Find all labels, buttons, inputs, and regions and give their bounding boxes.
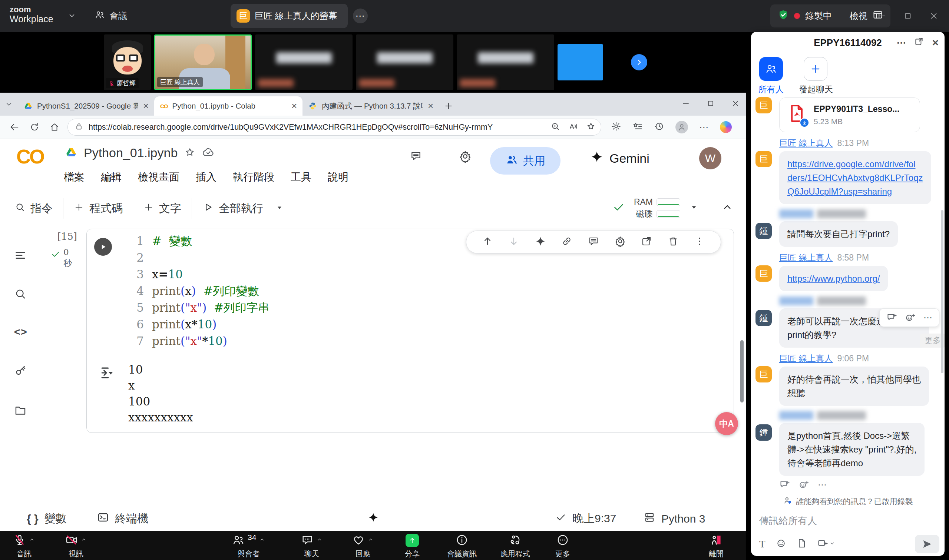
message-more-icon[interactable]: ⋯	[818, 480, 827, 491]
tab-search-chevron-icon[interactable]	[0, 93, 18, 115]
add-text-button[interactable]: 文字	[143, 201, 181, 216]
chevron-up-icon[interactable]	[317, 537, 323, 544]
emoji-plus-icon[interactable]	[798, 480, 809, 491]
download-badge-icon[interactable]	[800, 118, 809, 128]
favorite-star-icon[interactable]	[586, 122, 596, 133]
profile-avatar-icon[interactable]	[675, 121, 688, 134]
screenshot-icon[interactable]	[817, 538, 828, 550]
notebook-scrollbar[interactable]	[740, 340, 744, 403]
settings-gear-icon[interactable]	[459, 150, 472, 164]
tab-close-icon[interactable]: ✕	[428, 102, 434, 111]
participant-tile[interactable]	[255, 34, 352, 90]
browser-tab[interactable]: PythonS1_202509 - Google 雲端硬✕	[18, 96, 154, 115]
comment-icon[interactable]	[588, 236, 599, 248]
history-icon[interactable]	[654, 121, 664, 133]
chat-scrollbar[interactable]	[941, 210, 943, 373]
home-icon[interactable]	[45, 122, 65, 132]
star-icon[interactable]	[184, 147, 195, 159]
zoom-toolbar-audio[interactable]: 音訊	[13, 534, 35, 559]
chat-input[interactable]: 傳訊給所有人	[751, 509, 944, 532]
comments-icon[interactable]	[410, 150, 422, 163]
copilot-icon[interactable]	[720, 121, 732, 133]
read-aloud-icon[interactable]	[568, 122, 578, 133]
message-more-icon[interactable]: ⋯	[923, 312, 932, 323]
resources-widget[interactable]: RAM 磁碟	[634, 197, 680, 220]
delete-icon[interactable]	[668, 236, 679, 248]
address-bar[interactable]: https://colab.research.google.com/drive/…	[68, 118, 601, 135]
notebook-title[interactable]: Python_01.ipynb	[84, 146, 178, 160]
chevron-up-icon[interactable]	[81, 537, 87, 544]
close-icon[interactable]	[731, 99, 740, 109]
refresh-icon[interactable]	[25, 122, 45, 132]
colab-logo[interactable]: CO	[16, 145, 43, 168]
chat-author-link[interactable]: 巨匠 線上真人	[779, 252, 833, 263]
chat-link[interactable]: https://www.python.org/	[788, 274, 880, 283]
gemini-spark-button[interactable]	[368, 506, 379, 531]
everyone-tab-button[interactable]	[759, 57, 783, 81]
workspace-chevron-down-icon[interactable]	[68, 11, 76, 22]
menu-item[interactable]: 插入	[196, 170, 217, 184]
send-button[interactable]	[915, 535, 939, 553]
security-shield-icon[interactable]	[778, 9, 789, 23]
screen-share-tile[interactable]	[558, 44, 603, 80]
more-vert-icon[interactable]	[694, 236, 705, 248]
zoom-toolbar-leave[interactable]: 離開	[709, 534, 724, 559]
collapse-chevron-up-icon[interactable]	[721, 201, 733, 216]
reply-plus-icon[interactable]	[779, 480, 790, 491]
tab-close-icon[interactable]: ✕	[143, 102, 149, 111]
files-folder-icon[interactable]	[14, 404, 27, 418]
variables-button[interactable]: { } 變數	[27, 506, 67, 531]
zoom-toolbar-chat[interactable]: 聊天	[301, 534, 323, 559]
tab-shared-screen[interactable]: 巨 巨匠 線上真人的螢幕	[231, 4, 348, 28]
close-icon[interactable]	[921, 11, 947, 21]
terminal-button[interactable]: 終端機	[97, 506, 148, 531]
cloud-saved-icon[interactable]	[202, 146, 215, 160]
browser-more-icon[interactable]: ⋯	[699, 122, 709, 133]
screenshot-caret-down-icon[interactable]	[829, 540, 835, 548]
minimize-icon[interactable]	[869, 11, 895, 21]
file-attachment-card[interactable]: EPPY901IT3_Lesso...5.23 MB	[779, 97, 920, 132]
browser-tab[interactable]: 內建函式 — Python 3.13.7 說明文✕	[303, 96, 439, 115]
add-code-button[interactable]: 程式碼	[74, 201, 123, 216]
lock-icon[interactable]	[74, 122, 83, 132]
participant-tile[interactable]: 廖哲輝	[104, 34, 151, 90]
tab-close-icon[interactable]: ✕	[291, 102, 297, 111]
chat-author-link[interactable]: 巨匠 線上真人	[779, 353, 833, 364]
chevron-up-icon[interactable]	[259, 537, 265, 544]
next-participants-chevron-right-icon[interactable]	[631, 54, 647, 71]
share-tab-more-icon[interactable]: ⋯	[353, 9, 368, 23]
zoom-toolbar-more[interactable]: 更多	[555, 534, 570, 559]
view-button-label[interactable]: 檢視	[850, 10, 867, 22]
search-icon[interactable]	[14, 288, 27, 302]
chevron-up-icon[interactable]	[29, 537, 35, 544]
chevron-up-icon[interactable]	[368, 537, 374, 544]
attach-file-icon[interactable]	[797, 538, 807, 550]
chat-more-icon[interactable]: ⋯	[896, 37, 906, 49]
menu-item[interactable]: 執行階段	[233, 170, 274, 184]
zoom-toolbar-meeting-info[interactable]: 會議資訊	[447, 534, 477, 559]
secrets-key-icon[interactable]	[14, 365, 27, 379]
format-text-icon[interactable]: T	[759, 538, 766, 550]
resources-caret-down-icon[interactable]	[689, 202, 699, 215]
menu-item[interactable]: 編輯	[101, 170, 122, 184]
move-up-icon[interactable]	[482, 236, 493, 248]
url-text[interactable]: https://colab.research.google.com/drive/…	[89, 123, 545, 132]
maximize-icon[interactable]	[895, 11, 921, 20]
minimize-icon[interactable]	[681, 99, 690, 109]
link-icon[interactable]	[561, 236, 572, 248]
share-button[interactable]: 共用	[490, 147, 560, 175]
gemini-button[interactable]: Gemini	[590, 150, 649, 166]
output-icon[interactable]	[98, 365, 115, 383]
extensions-icon[interactable]	[611, 121, 621, 133]
outline-icon[interactable]	[14, 249, 27, 263]
copy-cell-icon[interactable]	[641, 236, 652, 248]
maximize-icon[interactable]	[706, 99, 715, 109]
active-speaker-tile[interactable]: 巨匠 線上真人	[154, 34, 252, 90]
translate-fab[interactable]: 中A	[715, 412, 738, 435]
participant-tile[interactable]	[356, 34, 454, 90]
chat-close-icon[interactable]: ×	[932, 36, 938, 49]
favorites-bar-icon[interactable]	[632, 121, 643, 133]
code-snippets-icon[interactable]: <>	[14, 326, 28, 338]
chat-link[interactable]: https://drive.google.com/drive/folders/1…	[788, 159, 923, 197]
menu-item[interactable]: 檢視畫面	[138, 170, 179, 184]
